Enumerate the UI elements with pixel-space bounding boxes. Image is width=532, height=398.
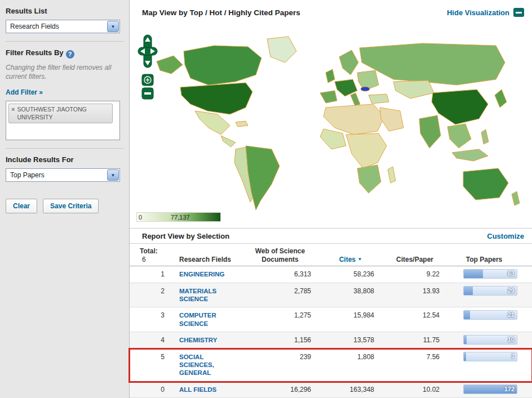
research-field-link[interactable]: CHEMISTRY: [179, 336, 217, 344]
country-russia: [360, 43, 505, 85]
report-header: Report View by Selection Customize: [130, 228, 532, 244]
table-row[interactable]: 4 CHEMISTRY 1,156 13,578 11.75 10: [130, 332, 532, 348]
customize-link[interactable]: Customize: [487, 232, 524, 240]
country-selected-blue: [361, 87, 370, 91]
table-header-row: Total: 6 Research Fields Web of Science …: [130, 244, 532, 266]
table-row[interactable]: 3 COMPUTER SCIENCE 1,275 15,984 12.54 21: [130, 307, 532, 332]
hide-visualization-link[interactable]: Hide Visualization: [447, 8, 509, 17]
total-label: Total:: [140, 247, 158, 255]
region-arabia: [380, 108, 404, 131]
country-italy: [351, 93, 360, 106]
table-row-all-fields[interactable]: 0 ALL FIELDS 16,296 163,348 10.02 172: [130, 382, 532, 398]
country-canada: [184, 46, 261, 85]
row-rank: 0: [134, 382, 169, 397]
column-header-top-papers[interactable]: Top Papers: [447, 256, 521, 263]
cites-header-label: Cites: [339, 256, 356, 263]
top-papers-cell: 7: [447, 349, 521, 381]
include-results-select[interactable]: Top Papers ▼: [6, 168, 120, 182]
documents-value: 1,275: [241, 307, 319, 332]
esi-app: Results List Research Fields ▼ Filter Re…: [0, 0, 532, 398]
map-pan-control[interactable]: [138, 34, 158, 68]
column-header-cites[interactable]: Cites ▼: [319, 256, 382, 263]
top-papers-value: 7: [511, 353, 515, 360]
cites-per-paper-value: 10.02: [382, 382, 447, 397]
world-choropleth-map[interactable]: [141, 32, 530, 212]
cites-per-paper-value: 11.75: [382, 332, 447, 348]
column-header-documents[interactable]: Web of Science Documents: [241, 247, 319, 263]
legend-max-value: 77,137: [171, 214, 190, 221]
documents-value: 2,785: [241, 283, 319, 307]
country-australia: [463, 168, 508, 200]
cites-value: 1,808: [319, 349, 382, 381]
region-central-africa: [346, 133, 387, 168]
clear-button[interactable]: Clear: [6, 199, 37, 213]
region-iberia: [320, 91, 337, 103]
region-scandinavia: [339, 50, 358, 75]
top-papers-bar[interactable]: 21: [463, 310, 517, 320]
filter-box: × SOUTHWEST JIAOTONG UNIVERSITY: [6, 101, 120, 140]
documents-value: 6,313: [241, 266, 319, 282]
main-content: Map View by Top / Hot / Highly Cited Pap…: [130, 0, 532, 398]
table-row[interactable]: 1 ENGINEERING 6,313 58,236 9.22 63: [130, 266, 532, 283]
zoom-out-minus-icon: [144, 92, 151, 95]
filter-tag[interactable]: × SOUTHWEST JIAOTONG UNIVERSITY: [8, 104, 113, 123]
sort-desc-icon: ▼: [357, 257, 362, 262]
research-field-link[interactable]: SOCIAL SCIENCES, GENERAL: [179, 353, 238, 377]
country-usa: [180, 83, 252, 114]
country-china: [432, 90, 488, 124]
top-papers-cell: 21: [447, 307, 521, 332]
bar-fill: [464, 287, 473, 295]
top-papers-bar[interactable]: 63: [463, 269, 517, 279]
results-list-select[interactable]: Research Fields ▼: [6, 20, 120, 33]
top-papers-value: 29: [508, 287, 515, 294]
top-papers-bar[interactable]: 10: [463, 335, 517, 345]
bar-fill: [464, 270, 483, 278]
research-field-link[interactable]: MATERIALS SCIENCE: [179, 287, 238, 303]
top-papers-value: 21: [508, 311, 515, 318]
bar-fill: [464, 311, 470, 319]
map-color-legend: 0 77,137: [136, 212, 221, 222]
total-count: Total: 6: [134, 247, 169, 263]
country-philippines: [481, 129, 489, 144]
top-papers-cell: 63: [447, 266, 521, 282]
top-papers-bar[interactable]: 7: [463, 352, 517, 361]
chevron-down-icon[interactable]: ▼: [107, 21, 119, 32]
table-row-highlighted[interactable]: 5 SOCIAL SCIENCES, GENERAL 239 1,808 7.5…: [130, 349, 532, 382]
collapse-visualization-icon[interactable]: [513, 8, 524, 17]
legend-min-value: 0: [139, 214, 142, 221]
help-icon[interactable]: ?: [66, 50, 74, 59]
country-alaska: [157, 56, 183, 74]
table-row[interactable]: 2 MATERIALS SCIENCE 2,785 38,808 13.93 2…: [130, 283, 532, 308]
cites-value: 13,578: [319, 332, 382, 348]
top-papers-bar[interactable]: 172: [463, 384, 517, 394]
country-india: [419, 115, 441, 148]
save-criteria-button[interactable]: Save Criteria: [43, 199, 99, 213]
cites-value: 58,236: [319, 266, 382, 282]
total-value: 6: [140, 256, 146, 263]
cites-per-paper-value: 7.56: [382, 349, 447, 381]
region-north-africa: [323, 104, 384, 135]
country-japan: [495, 90, 507, 108]
research-field-link[interactable]: ALL FIELDS: [179, 386, 216, 393]
top-papers-bar[interactable]: 29: [463, 286, 517, 296]
country-mexico: [195, 111, 230, 135]
research-field-link[interactable]: ENGINEERING: [179, 270, 225, 278]
documents-value: 1,156: [241, 332, 319, 348]
column-header-cites-per-paper[interactable]: Cites/Paper: [382, 256, 447, 263]
add-filter-link[interactable]: Add Filter »: [6, 88, 43, 96]
remove-filter-icon[interactable]: ×: [11, 106, 15, 113]
top-papers-cell: 10: [447, 332, 521, 348]
region-southeast-asia: [447, 124, 471, 148]
include-results-section: Include Results For Top Papers ▼: [6, 148, 123, 190]
research-field-link[interactable]: COMPUTER SCIENCE: [179, 311, 238, 328]
map-zoom-control[interactable]: [141, 74, 154, 100]
region-southern-africa: [357, 165, 381, 193]
report-table: Total: 6 Research Fields Web of Science …: [130, 244, 532, 398]
filter-tag-label: SOUTHWEST JIAOTONG UNIVERSITY: [17, 106, 109, 120]
map-view-title: Map View by Top / Hot / Highly Cited Pap…: [142, 8, 300, 17]
chevron-down-icon[interactable]: ▼: [107, 169, 119, 181]
cites-per-paper-value: 13.93: [382, 283, 447, 307]
bar-fill: [464, 352, 466, 361]
top-papers-value: 10: [508, 336, 515, 343]
row-rank: 3: [134, 307, 169, 332]
